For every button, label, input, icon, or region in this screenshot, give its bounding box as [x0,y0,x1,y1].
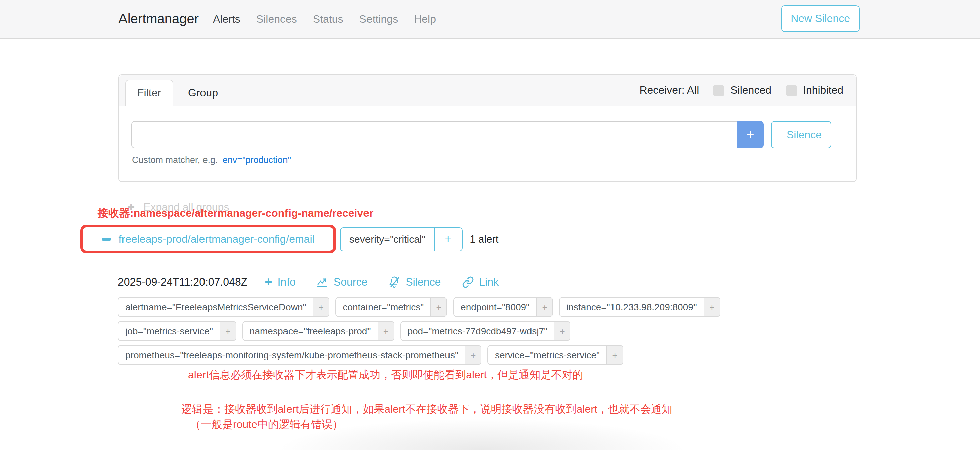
alert-action-source[interactable]: Source [316,276,368,288]
label-chip-container: container="metrics" + [336,297,447,317]
label-text: instance="10.233.98.209:8009" [560,298,703,316]
add-label-filter-button[interactable]: + [377,322,393,340]
inhibited-checkbox-item[interactable]: Inhibited [786,84,843,96]
silence-from-filter-button[interactable]: Silence [771,121,832,149]
group-matcher-chip: severity="critical" + [340,227,462,251]
filter-card-header: Filter Group Receiver: All Silenced Inhi… [119,75,856,106]
silenced-checkbox-item[interactable]: Silenced [713,84,772,96]
alert-header-row: 2025-09-24T11:20:07.048Z + Info Source S… [118,276,519,288]
annotation-highlight-box: freeleaps-prod/alertmanager-config/email [80,225,336,254]
label-chip-instance: instance="10.233.98.209:8009" + [559,297,720,317]
label-chip-alertname: alertname="FreeleapsMetricsServiceDown" … [118,297,329,317]
label-chip-job: job="metrics-service" + [118,321,236,341]
plus-icon: + [265,276,272,288]
chart-line-icon [316,276,328,288]
label-text: container="metrics" [336,298,430,316]
receiver-group-toggle[interactable]: freeleaps-prod/alertmanager-config/email [98,232,318,246]
silence-button-label: Silence [786,129,822,141]
inhibited-checkbox[interactable] [786,85,797,96]
annotation-config-success: alert信息必须在接收器下才表示配置成功，否则即使能看到alert，但是通知是… [188,368,583,382]
label-text: prometheus="freeleaps-monitoring-system/… [118,346,465,364]
app-brand: Alertmanager [118,0,199,38]
nav-silences[interactable]: Silences [256,13,297,25]
add-label-filter-button[interactable]: + [430,298,447,316]
tab-filter[interactable]: Filter [125,79,173,106]
hint-text: Custom matcher, e.g. [132,155,218,165]
alert-action-link[interactable]: Link [461,276,499,288]
label-chip-endpoint: endpoint="8009" + [453,297,553,317]
label-row: alertname="FreeleapsMetricsServiceDown" … [118,297,720,317]
label-chip-namespace: namespace="freeleaps-prod" + [242,321,394,341]
label-row: job="metrics-service" + namespace="freel… [118,321,720,341]
annotation-route-error: （一般是route中的逻辑有错误） [190,418,343,432]
label-chip-prometheus: prometheus="freeleaps-monitoring-system/… [118,345,482,365]
app-header: Alertmanager Alerts Silences Status Sett… [0,0,980,39]
custom-matcher-hint: Custom matcher, e.g.env="production" [132,155,291,165]
nav-help[interactable]: Help [414,13,436,25]
alertmanager-app: Alertmanager Alerts Silences Status Sett… [0,0,980,450]
link-label: Link [479,276,499,288]
label-text: service="metrics-service" [488,346,606,364]
alert-labels: alertname="FreeleapsMetricsServiceDown" … [118,297,720,369]
silenced-label: Silenced [730,84,772,96]
label-text: alertname="FreeleapsMetricsServiceDown" [118,298,313,316]
receiver-label[interactable]: Receiver: All [639,84,699,96]
inhibited-label: Inhibited [803,84,843,96]
add-label-filter-button[interactable]: + [536,298,552,316]
annotation-logic: 逻辑是：接收器收到alert后进行通知，如果alert不在接收器下，说明接收器没… [181,402,672,417]
main-nav: Alerts Silences Status Settings Help [213,0,436,38]
group-matcher-text: severity="critical" [341,228,434,250]
add-label-filter-button[interactable]: + [313,298,329,316]
label-row: prometheus="freeleaps-monitoring-system/… [118,345,720,365]
nav-status[interactable]: Status [313,13,344,25]
link-icon [461,276,474,288]
alert-action-silence[interactable]: Silence [388,276,441,288]
label-chip-service: service="metrics-service" + [488,345,623,365]
label-chip-pod: pod="metrics-77d9cdb497-wdsj7" + [400,321,571,341]
label-text: job="metrics-service" [118,322,220,340]
silence-label: Silence [406,276,441,288]
annotation-receiver-format: 接收器:namespace/altermanager-config-name/r… [98,207,373,221]
silenced-checkbox[interactable] [713,85,724,96]
add-label-filter-button[interactable]: + [606,346,622,364]
label-text: endpoint="8009" [454,298,536,316]
add-label-filter-button[interactable]: + [554,322,570,340]
alert-timestamp: 2025-09-24T11:20:07.048Z [118,276,247,288]
alert-count: 1 alert [469,233,498,245]
label-text: pod="metrics-77d9cdb497-wdsj7" [401,322,554,340]
new-silence-button[interactable]: New Silence [781,5,859,32]
matcher-input[interactable] [131,121,737,149]
hint-example-link[interactable]: env="production" [223,155,291,165]
alert-action-info[interactable]: + Info [265,276,296,288]
label-text: namespace="freeleaps-prod" [243,322,377,340]
collapse-icon [102,238,111,240]
info-label: Info [277,276,295,288]
receiver-group-row: freeleaps-prod/alertmanager-config/email… [80,225,498,254]
add-group-filter-button[interactable]: + [434,228,461,250]
add-matcher-button[interactable]: + [737,121,764,149]
bell-slash-icon [388,276,400,288]
add-label-filter-button[interactable]: + [220,322,235,340]
add-label-filter-button[interactable]: + [703,298,720,316]
filter-card: Filter Group Receiver: All Silenced Inhi… [118,74,857,182]
tab-group[interactable]: Group [177,79,229,106]
receiver-group-name: freeleaps-prod/alertmanager-config/email [118,233,314,245]
add-label-filter-button[interactable]: + [465,346,481,364]
nav-alerts[interactable]: Alerts [213,13,240,25]
nav-settings[interactable]: Settings [360,13,398,25]
source-label: Source [334,276,368,288]
filter-options: Receiver: All Silenced Inhibited [639,75,843,106]
matcher-input-group: + Silence [131,121,832,149]
